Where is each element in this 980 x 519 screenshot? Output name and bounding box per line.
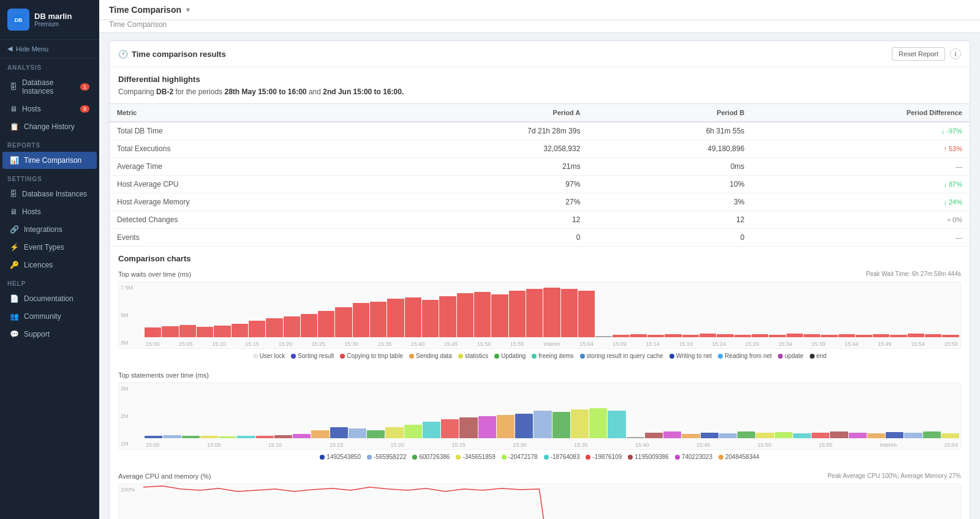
wait-bar xyxy=(821,335,837,338)
legend-item: Reading from net xyxy=(718,353,772,359)
legend-dot-indicator xyxy=(810,354,815,359)
sidebar-item-hosts-settings[interactable]: 🖥 Hosts xyxy=(2,203,97,220)
statement-bar xyxy=(830,431,848,438)
highlights-title: Differential highlights xyxy=(118,75,961,84)
period-a-cell: 7d 21h 28m 39s xyxy=(379,122,587,140)
wait-bar xyxy=(769,335,785,338)
sidebar-section-analysis: ANALYSIS 🗄 Database Instances 1 🖥 Hosts … xyxy=(0,58,99,136)
wait-bar xyxy=(665,334,681,337)
sidebar-item-documentation[interactable]: 📄 Documentation xyxy=(2,290,97,307)
sidebar-item-event-types[interactable]: ⚡ Event Types xyxy=(2,239,97,256)
hide-menu-button[interactable]: ◀ Hide Menu xyxy=(0,40,99,58)
wait-bar xyxy=(197,327,213,337)
highlights-description: Comparing DB-2 for the periods 28th May … xyxy=(118,88,961,96)
wait-bar xyxy=(543,288,560,337)
legend-item: User lock xyxy=(253,353,285,359)
statements-chart-area: 3M 2M 1M 15:00 15:05 15:10 15:15 15:20 1… xyxy=(118,383,961,450)
wait-bar xyxy=(647,335,664,338)
statement-bar xyxy=(941,433,959,438)
waits-x-labels: 15:00 15:05 15:10 15:15 15:20 15:25 15:3… xyxy=(143,340,960,348)
period-a-cell: 27% xyxy=(379,193,587,211)
content-area: 🕐 Time comparison results Reset Report ℹ… xyxy=(99,33,980,519)
support-icon: 💬 xyxy=(10,330,19,338)
legend-item: freeing items xyxy=(532,353,573,359)
sidebar-section-settings: SETTINGS 🗄 Database Instances 🖥 Hosts 🔗 … xyxy=(0,170,99,274)
legend-dot-indicator xyxy=(502,455,507,460)
cpu-memory-chart-label: Average CPU and memory (%) Peak Average … xyxy=(118,472,961,480)
wait-bar xyxy=(457,293,473,337)
table-row: Total DB Time 7d 21h 28m 39s 6h 31m 55s … xyxy=(110,122,970,140)
period-b-col-header: Period B xyxy=(587,104,752,122)
sidebar-item-licences[interactable]: 🔑 Licences xyxy=(2,256,97,274)
wait-bar xyxy=(301,314,317,337)
doc-icon: 📄 xyxy=(10,294,19,303)
diff-cell: ↓ 24% xyxy=(752,193,970,211)
waits-y-labels: 7.5M 5M 3M xyxy=(119,282,133,348)
legend-dot-indicator xyxy=(367,455,372,460)
statement-bar xyxy=(552,412,570,438)
reset-report-button[interactable]: Reset Report xyxy=(892,47,945,61)
sidebar-item-database-instances-settings[interactable]: 🗄 Database Instances xyxy=(2,185,97,203)
legend-item: 1492543850 xyxy=(320,454,361,460)
statement-bar xyxy=(385,427,403,438)
wait-bar xyxy=(682,335,699,338)
sidebar-item-integrations[interactable]: 🔗 Integrations xyxy=(2,221,97,238)
statement-bar xyxy=(904,433,922,438)
sidebar-item-community[interactable]: 👥 Community xyxy=(2,308,97,325)
legend-dot-indicator xyxy=(409,354,414,359)
legend-dot-indicator xyxy=(778,354,783,359)
legend-item: 1195009386 xyxy=(628,454,669,460)
legend-dot-indicator xyxy=(586,455,590,460)
chevron-left-icon: ◀ xyxy=(7,45,12,53)
legend-item: Updating xyxy=(494,353,526,359)
chart-icon: 📊 xyxy=(10,156,19,165)
statement-bar xyxy=(849,433,867,438)
sidebar-item-support[interactable]: 💬 Support xyxy=(2,326,97,343)
wait-bar xyxy=(699,334,716,337)
panel-header: 🕐 Time comparison results Reset Report ℹ xyxy=(110,41,970,67)
diff-cell: — xyxy=(752,158,970,176)
metric-col-header: Metric xyxy=(110,104,379,122)
charts-title: Comparison charts xyxy=(118,254,961,263)
licence-icon: 🔑 xyxy=(10,261,19,269)
statement-bar xyxy=(200,436,218,439)
legend-dot-indicator xyxy=(532,354,537,359)
sidebar-item-time-comparison[interactable]: 📊 Time Comparison xyxy=(2,152,97,169)
metric-cell: Host Average Memory xyxy=(110,193,379,211)
period-diff-col-header: Period Difference xyxy=(752,104,970,122)
dropdown-icon[interactable]: ▾ xyxy=(186,6,190,14)
legend-item: -20472178 xyxy=(502,454,538,460)
statement-bar xyxy=(163,435,181,438)
metric-cell: Host Average CPU xyxy=(110,176,379,193)
legend-item: 740223023 xyxy=(675,454,712,460)
statement-bar xyxy=(756,433,774,438)
period-b-cell: 12 xyxy=(587,211,752,229)
sidebar-item-change-history[interactable]: 📋 Change History xyxy=(2,118,97,135)
analysis-section-label: ANALYSIS xyxy=(0,58,99,73)
wait-bar xyxy=(179,325,196,337)
wait-bar xyxy=(214,326,230,337)
statement-bar xyxy=(330,427,348,438)
legend-dot-indicator xyxy=(291,354,296,359)
waits-chart-area: 7.5M 5M 3M 15:00 15:05 15:10 15:15 15:20… xyxy=(118,282,961,349)
sidebar-item-hosts-analysis[interactable]: 🖥 Hosts 8 xyxy=(2,100,97,118)
cpu-memory-svg xyxy=(143,484,960,519)
logo: DB DB marlin Premium xyxy=(0,0,99,40)
period-b-cell: 10% xyxy=(587,176,752,193)
statement-bar xyxy=(256,436,274,439)
metric-cell: Total DB Time xyxy=(110,122,379,140)
wait-bar xyxy=(856,335,872,338)
highlights-section: Differential highlights Comparing DB-2 f… xyxy=(110,67,970,103)
wait-bar xyxy=(422,300,439,337)
statement-bar xyxy=(478,416,496,438)
page-title: Time Comparison xyxy=(109,5,181,15)
statement-bar xyxy=(719,433,737,438)
diff-cell: ↓ -97% xyxy=(752,122,970,140)
statement-bar xyxy=(404,425,422,439)
statement-bar xyxy=(645,433,663,438)
period-b-cell: 3% xyxy=(587,193,752,211)
waits-chart: Top waits over time (ms) Peak Wait Time:… xyxy=(118,271,961,359)
sidebar-item-database-instances-analysis[interactable]: 🗄 Database Instances 1 xyxy=(2,74,97,100)
clock-icon: 🕐 xyxy=(118,50,128,59)
wait-bar xyxy=(752,334,768,337)
